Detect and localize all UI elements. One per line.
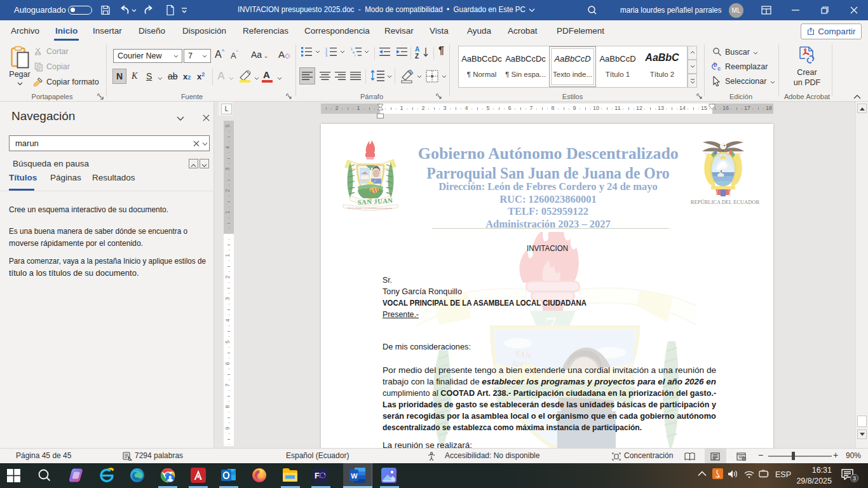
svg-text:3: 3 — [325, 53, 327, 57]
svg-text:W: W — [351, 472, 358, 480]
svg-text:POR EL HONOR Y LA GRANDEZA DE: POR EL HONOR Y LA GRANDEZA DE LA PATRIA — [348, 207, 393, 210]
svg-text:F: F — [315, 471, 320, 480]
svg-text:c: c — [717, 65, 721, 72]
svg-text:i: i — [355, 53, 355, 57]
svg-text:SAN JUAN: SAN JUAN — [358, 197, 393, 206]
